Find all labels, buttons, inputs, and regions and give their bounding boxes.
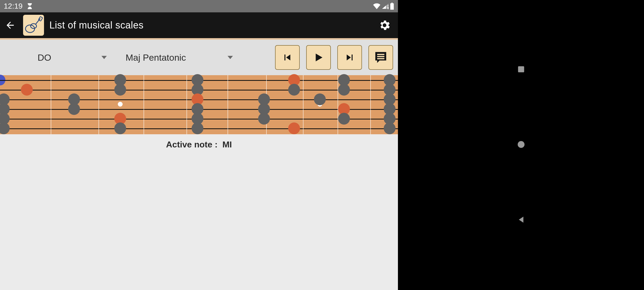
fret-line [303,75,303,134]
note-marker[interactable] [338,113,350,125]
fret-inlay [118,102,123,107]
play-icon [312,51,325,64]
previous-button[interactable] [275,45,300,70]
note-marker[interactable] [0,122,10,134]
svg-point-2 [388,5,389,6]
signal-icon [382,3,389,9]
controls-bar: DO Maj Pentatonic [0,40,398,75]
next-button[interactable] [337,45,362,70]
note-marker[interactable] [288,122,300,134]
dropdown-icon [227,54,233,61]
active-note-label: Active note : [166,140,218,149]
note-marker[interactable] [68,103,80,115]
comment-icon [374,50,388,65]
settings-button[interactable] [378,19,391,32]
note-marker[interactable] [114,84,126,96]
svg-rect-6 [377,54,385,55]
fret-line [144,75,144,134]
battery-icon [390,3,394,10]
dropdown-icon [101,54,107,61]
gear-icon [378,19,391,32]
fret-line [338,75,338,134]
page-title: List of musical scales [49,20,144,31]
wifi-icon [373,3,381,9]
note-marker[interactable] [338,84,350,96]
svg-rect-1 [388,7,389,9]
nav-overview-button[interactable] [517,65,526,75]
comment-button[interactable] [368,45,393,70]
root-note-dropdown[interactable]: DO [0,40,110,75]
nav-home-button[interactable] [517,140,526,150]
status-bar: 12:19 [0,0,398,12]
active-note-value: MI [222,140,232,149]
note-marker[interactable] [258,113,270,125]
fret-line [370,75,371,134]
fret-line [186,75,187,134]
skip-next-icon [344,52,356,63]
skip-previous-icon [281,52,293,63]
back-button[interactable] [4,19,16,31]
app-bar: List of musical scales [0,12,398,38]
nav-back-button[interactable] [517,215,526,225]
fretboard[interactable] [0,75,398,134]
note-marker[interactable] [314,93,326,105]
note-marker[interactable] [21,84,33,96]
note-marker[interactable] [384,122,396,134]
fret-line [51,75,51,134]
note-marker[interactable] [192,122,203,134]
note-marker[interactable] [288,84,300,96]
status-app-icon [27,3,33,10]
note-marker[interactable] [114,122,126,134]
root-note-value: DO [13,52,101,63]
status-time: 12:19 [4,2,23,10]
svg-point-10 [518,141,525,148]
system-nav-bar [398,0,644,290]
scale-type-dropdown[interactable]: Maj Pentatonic [110,40,236,75]
svg-rect-8 [377,58,385,59]
svg-rect-7 [377,56,385,57]
scale-type-value: Maj Pentatonic [123,52,227,63]
svg-rect-9 [518,66,524,73]
play-button[interactable] [306,45,331,70]
fret-line [98,75,99,134]
fret-line [228,75,228,134]
app-icon [23,15,44,36]
active-note-row: Active note : MI [0,134,398,155]
